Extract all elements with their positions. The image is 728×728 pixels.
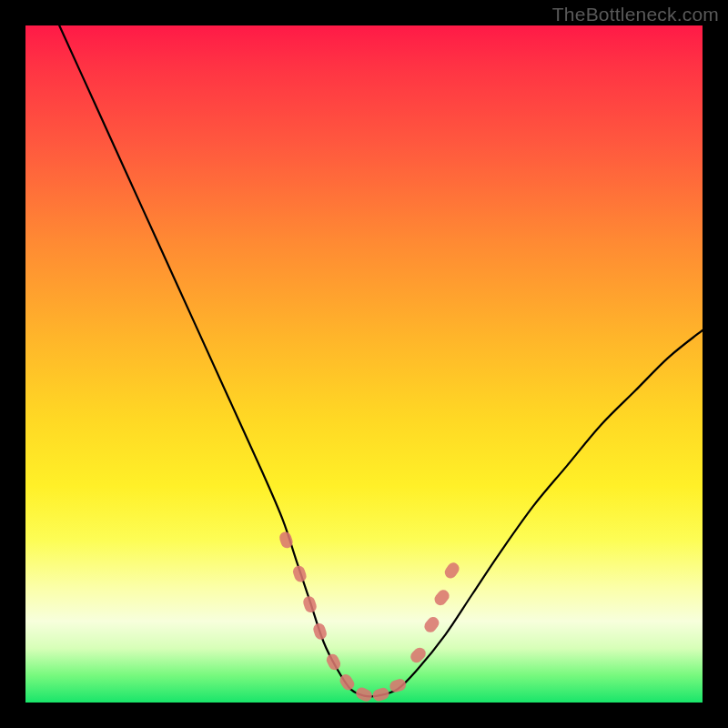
watermark-text: TheBottleneck.com: [552, 4, 719, 25]
curve-marker: [432, 588, 451, 608]
chart-frame: TheBottleneck.com: [0, 0, 728, 728]
plot-area: [25, 25, 703, 703]
curve-marker: [371, 686, 390, 703]
curve-marker: [354, 685, 374, 703]
bottleneck-curve: [59, 25, 703, 697]
curve-marker: [325, 652, 343, 672]
curve-marker: [422, 614, 441, 634]
curve-marker: [301, 595, 318, 614]
curve-marker: [291, 564, 308, 583]
curve-marker: [442, 561, 461, 581]
chart-svg: [25, 25, 703, 703]
curve-markers: [278, 531, 461, 703]
curve-marker: [312, 622, 329, 641]
